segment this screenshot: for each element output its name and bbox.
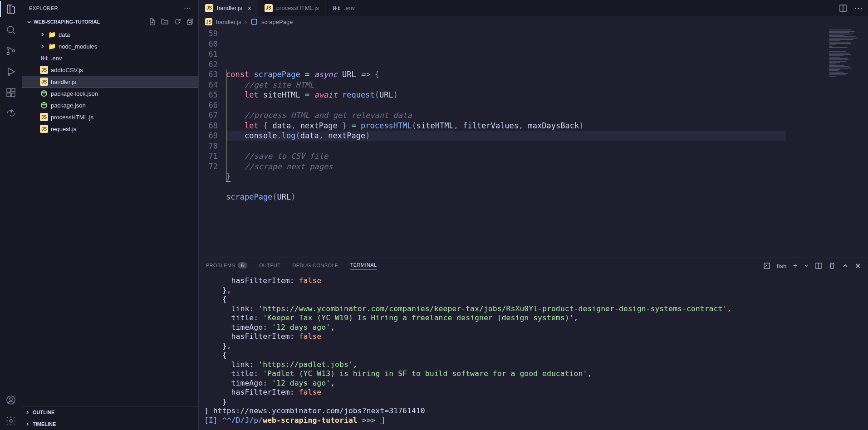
new-folder-icon[interactable]	[161, 18, 168, 25]
line-gutter: 5960616263646566676869707172	[199, 29, 226, 258]
new-terminal-icon[interactable]: +	[793, 262, 798, 270]
panel-tabs: PROBLEMS 6 OUTPUT DEBUG CONSOLE TERMINAL…	[199, 258, 868, 274]
collapse-all-icon[interactable]	[186, 18, 194, 25]
outline-label: OUTLINE	[33, 410, 54, 415]
terminal-launch-icon[interactable]	[763, 262, 770, 269]
symbol-method-icon	[250, 18, 258, 25]
extensions-icon[interactable]	[5, 87, 16, 98]
env-file-icon	[40, 54, 48, 62]
tab-label: processHTML.js	[276, 5, 319, 11]
env-file-icon	[332, 4, 340, 12]
file-item[interactable]: JSrequest.js	[22, 123, 198, 135]
minimap[interactable]	[827, 28, 868, 258]
split-terminal-icon[interactable]	[815, 262, 822, 269]
svg-rect-5	[7, 88, 10, 92]
svg-rect-6	[7, 93, 10, 97]
project-folder-header[interactable]: WEB-SCRAPING-TUTORIAL	[22, 16, 198, 28]
file-item[interactable]: JSaddtoCSV.js	[22, 64, 198, 76]
tree-label: node_modules	[59, 43, 97, 50]
tab-label: handler.js	[217, 5, 242, 11]
chevron-right-icon	[39, 43, 45, 49]
tree-label: processHTML.js	[51, 114, 93, 121]
settings-gear-icon[interactable]	[5, 415, 16, 426]
js-file-icon: JS	[40, 66, 48, 74]
editor-tab[interactable]: JSprocessHTML.js	[258, 0, 326, 16]
folder-actions	[148, 18, 194, 25]
json-file-icon	[40, 89, 48, 98]
search-icon[interactable]	[5, 24, 16, 35]
activity-bar	[0, 0, 22, 430]
svg-point-10	[10, 398, 12, 401]
explorer-title: EXPLORER	[29, 5, 58, 11]
refresh-icon[interactable]	[174, 18, 181, 25]
js-file-icon: JS	[40, 125, 48, 133]
main-area: JShandler.js×JSprocessHTML.js.env ⋯ JS h…	[199, 0, 868, 430]
breadcrumb[interactable]: JS handler.js › scrapePage	[199, 16, 868, 28]
file-item[interactable]: .env	[22, 52, 198, 64]
tab-output[interactable]: OUTPUT	[259, 263, 281, 269]
tree-label: handler.js	[51, 78, 76, 85]
js-file-icon: JS	[40, 78, 48, 86]
run-debug-icon[interactable]	[5, 66, 16, 77]
tree-label: addtoCSV.js	[51, 67, 83, 73]
explorer-sidebar: EXPLORER ⋯ WEB-SCRAPING-TUTORIAL 📁data📁n…	[22, 0, 199, 430]
tab-terminal[interactable]: TERMINAL	[350, 262, 377, 269]
tab-problems[interactable]: PROBLEMS 6	[206, 262, 247, 270]
svg-point-2	[7, 53, 10, 55]
file-item[interactable]: package-lock.json	[22, 88, 198, 99]
chevron-right-icon	[25, 410, 30, 415]
chevron-right-icon	[25, 421, 30, 427]
folder-icon: 📁	[48, 31, 56, 38]
code-editor[interactable]: 5960616263646566676869707172 const scrap…	[199, 28, 827, 258]
file-item[interactable]: JSprocessHTML.js	[22, 111, 198, 123]
js-file-icon: JS	[40, 113, 48, 121]
explorer-icon[interactable]	[5, 4, 16, 15]
outline-section[interactable]: OUTLINE	[22, 406, 198, 418]
chevron-right-icon	[39, 31, 45, 38]
new-file-icon[interactable]	[148, 18, 156, 25]
js-file-icon: JS	[205, 18, 212, 25]
tab-bar: JShandler.js×JSprocessHTML.js.env ⋯	[199, 0, 868, 16]
kill-terminal-icon[interactable]	[829, 262, 836, 269]
close-panel-icon[interactable]: ✕	[855, 262, 861, 270]
file-tree: 📁data📁node_modules.envJSaddtoCSV.jsJShan…	[22, 28, 198, 406]
explorer-header: EXPLORER ⋯	[22, 0, 198, 16]
editor-tab[interactable]: .env	[326, 0, 380, 16]
terminal-output[interactable]: hasFilterItem: false }, { link: 'https:/…	[199, 274, 868, 430]
more-icon[interactable]: ⋯	[184, 4, 191, 12]
tree-label: .env	[51, 55, 62, 62]
source-control-icon[interactable]	[5, 45, 16, 56]
close-tab-icon[interactable]: ×	[248, 5, 251, 12]
editor-tab[interactable]: JShandler.js×	[199, 0, 258, 16]
svg-rect-7	[11, 93, 15, 97]
breadcrumb-symbol[interactable]: scrapePage	[261, 19, 293, 25]
bottom-panel: PROBLEMS 6 OUTPUT DEBUG CONSOLE TERMINAL…	[199, 258, 868, 430]
accounts-icon[interactable]	[5, 395, 16, 406]
folder-item[interactable]: 📁data	[22, 29, 198, 40]
more-actions-icon[interactable]: ⋯	[854, 3, 863, 13]
terminal-shell-name[interactable]: fish	[777, 263, 787, 269]
folder-item[interactable]: 📁node_modules	[22, 40, 198, 52]
tree-label: data	[59, 31, 70, 38]
svg-rect-14	[251, 19, 256, 24]
timeline-label: TIMELINE	[33, 421, 56, 427]
share-icon[interactable]	[5, 108, 16, 119]
split-editor-icon[interactable]	[839, 4, 847, 12]
chevron-right-icon: ›	[245, 19, 247, 25]
file-item[interactable]: package.json	[22, 99, 198, 111]
svg-point-0	[7, 26, 14, 33]
folder-icon: 📁	[48, 43, 56, 50]
svg-point-3	[13, 50, 15, 52]
js-file-icon: JS	[265, 4, 273, 12]
js-file-icon: JS	[205, 4, 213, 12]
chevron-down-icon	[26, 19, 32, 24]
code-content[interactable]: const scrapePage = async URL => { //get …	[226, 59, 827, 202]
terminal-dropdown-icon[interactable]	[804, 264, 809, 268]
tab-debug-console[interactable]: DEBUG CONSOLE	[293, 263, 338, 269]
timeline-section[interactable]: TIMELINE	[22, 418, 198, 430]
maximize-panel-icon[interactable]	[842, 263, 848, 269]
breadcrumb-file[interactable]: handler.js	[216, 19, 241, 25]
svg-point-1	[7, 47, 10, 49]
json-file-icon	[40, 101, 48, 109]
file-item[interactable]: JShandler.js	[22, 76, 198, 88]
